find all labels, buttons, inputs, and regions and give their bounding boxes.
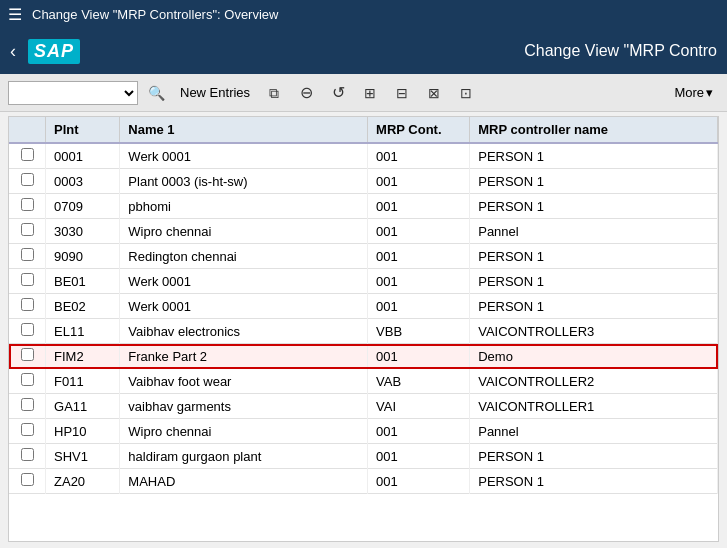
more-button[interactable]: More ▾ <box>668 83 719 102</box>
table-row[interactable]: 0003Plant 0003 (is-ht-sw)001PERSON 1 <box>9 169 718 194</box>
view-select[interactable] <box>8 81 138 105</box>
row-checkbox[interactable] <box>21 373 34 386</box>
table-row[interactable]: GA11vaibhav garmentsVAIVAICONTROLLER1 <box>9 394 718 419</box>
row-checkbox[interactable] <box>21 423 34 436</box>
cell-mrp: VAI <box>368 394 470 419</box>
row-checkbox-cell <box>9 269 46 294</box>
title-bar: ☰ Change View "MRP Controllers": Overvie… <box>0 0 727 28</box>
cell-mrp: 001 <box>368 169 470 194</box>
row-checkbox-cell <box>9 294 46 319</box>
undo-icon <box>332 83 345 102</box>
cell-mrpname: PERSON 1 <box>470 244 718 269</box>
mrp-table: Plnt Name 1 MRP Cont. MRP controller nam… <box>9 117 718 494</box>
row-checkbox[interactable] <box>21 273 34 286</box>
table-row[interactable]: EL11Vaibhav electronicsVBBVAICONTROLLER3 <box>9 319 718 344</box>
cell-mrpname: PERSON 1 <box>470 143 718 169</box>
row-checkbox[interactable] <box>21 398 34 411</box>
table-row[interactable]: 0001Werk 0001001PERSON 1 <box>9 143 718 169</box>
cell-mrpname: VAICONTROLLER3 <box>470 319 718 344</box>
table-row[interactable]: ZA20MAHAD001PERSON 1 <box>9 469 718 494</box>
row-checkbox[interactable] <box>21 173 34 186</box>
row-checkbox-cell <box>9 244 46 269</box>
row-checkbox[interactable] <box>21 448 34 461</box>
cell-plnt: 9090 <box>46 244 120 269</box>
cell-plnt: 0003 <box>46 169 120 194</box>
row-checkbox-cell <box>9 319 46 344</box>
row-checkbox[interactable] <box>21 148 34 161</box>
row-checkbox-cell <box>9 419 46 444</box>
table-row[interactable]: F011Vaibhav foot wearVABVAICONTROLLER2 <box>9 369 718 394</box>
layout-btn4[interactable] <box>452 79 480 107</box>
table-row[interactable]: FIM2Franke Part 2001Demo <box>9 344 718 369</box>
row-checkbox-cell <box>9 344 46 369</box>
table-row[interactable]: 3030Wipro chennai001Pannel <box>9 219 718 244</box>
more-arrow: ▾ <box>706 85 713 100</box>
cell-mrp: 001 <box>368 244 470 269</box>
layout-icon1 <box>364 84 376 102</box>
table-row[interactable]: BE01Werk 0001001PERSON 1 <box>9 269 718 294</box>
nav-bar: ‹ SAP Change View "MRP Contro <box>0 28 727 74</box>
table-row[interactable]: 0709pbhomi001PERSON 1 <box>9 194 718 219</box>
delete-icon <box>300 83 313 102</box>
cell-mrp: 001 <box>368 143 470 169</box>
row-checkbox-cell <box>9 169 46 194</box>
layout-icon2 <box>396 84 408 102</box>
col-header-check <box>9 117 46 143</box>
col-header-mrpname: MRP controller name <box>470 117 718 143</box>
cell-mrp: 001 <box>368 194 470 219</box>
row-checkbox-cell <box>9 469 46 494</box>
copy-button[interactable] <box>260 79 288 107</box>
cell-mrp: 001 <box>368 419 470 444</box>
row-checkbox[interactable] <box>21 323 34 336</box>
new-entries-button[interactable]: New Entries <box>174 83 256 102</box>
cell-mrpname: PERSON 1 <box>470 294 718 319</box>
cell-mrp: 001 <box>368 469 470 494</box>
undo-button[interactable] <box>324 79 352 107</box>
cell-mrpname: PERSON 1 <box>470 194 718 219</box>
row-checkbox-cell <box>9 143 46 169</box>
row-checkbox[interactable] <box>21 248 34 261</box>
cell-name: Werk 0001 <box>120 294 368 319</box>
table-row[interactable]: SHV1haldiram gurgaon plant001PERSON 1 <box>9 444 718 469</box>
sap-logo-text: SAP <box>34 41 74 61</box>
cell-mrpname: PERSON 1 <box>470 444 718 469</box>
cell-plnt: F011 <box>46 369 120 394</box>
cell-plnt: 3030 <box>46 219 120 244</box>
row-checkbox[interactable] <box>21 348 34 361</box>
cell-name: MAHAD <box>120 469 368 494</box>
row-checkbox[interactable] <box>21 223 34 236</box>
cell-mrp: 001 <box>368 344 470 369</box>
layout-btn2[interactable] <box>388 79 416 107</box>
cell-name: Werk 0001 <box>120 269 368 294</box>
cell-mrpname: VAICONTROLLER2 <box>470 369 718 394</box>
table-row[interactable]: BE02Werk 0001001PERSON 1 <box>9 294 718 319</box>
search-button[interactable] <box>142 79 170 107</box>
cell-name: Vaibhav electronics <box>120 319 368 344</box>
search-icon <box>148 84 165 102</box>
cell-mrp: 001 <box>368 269 470 294</box>
row-checkbox[interactable] <box>21 298 34 311</box>
layout-icon3 <box>428 84 440 102</box>
layout-btn3[interactable] <box>420 79 448 107</box>
table-row[interactable]: HP10Wipro chennai001Pannel <box>9 419 718 444</box>
cell-plnt: BE02 <box>46 294 120 319</box>
layout-btn1[interactable] <box>356 79 384 107</box>
col-header-name: Name 1 <box>120 117 368 143</box>
delete-button[interactable] <box>292 79 320 107</box>
cell-name: Redington chennai <box>120 244 368 269</box>
back-button[interactable]: ‹ <box>10 41 16 62</box>
cell-plnt: HP10 <box>46 419 120 444</box>
table-row[interactable]: 9090Redington chennai001PERSON 1 <box>9 244 718 269</box>
table-header-row: Plnt Name 1 MRP Cont. MRP controller nam… <box>9 117 718 143</box>
cell-name: Wipro chennai <box>120 219 368 244</box>
cell-plnt: 0709 <box>46 194 120 219</box>
row-checkbox[interactable] <box>21 473 34 486</box>
row-checkbox[interactable] <box>21 198 34 211</box>
cell-mrpname: Pannel <box>470 419 718 444</box>
cell-plnt: ZA20 <box>46 469 120 494</box>
hamburger-menu-icon[interactable]: ☰ <box>8 5 22 24</box>
cell-name: Plant 0003 (is-ht-sw) <box>120 169 368 194</box>
cell-plnt: SHV1 <box>46 444 120 469</box>
toolbar: New Entries More ▾ <box>0 74 727 112</box>
cell-plnt: EL11 <box>46 319 120 344</box>
